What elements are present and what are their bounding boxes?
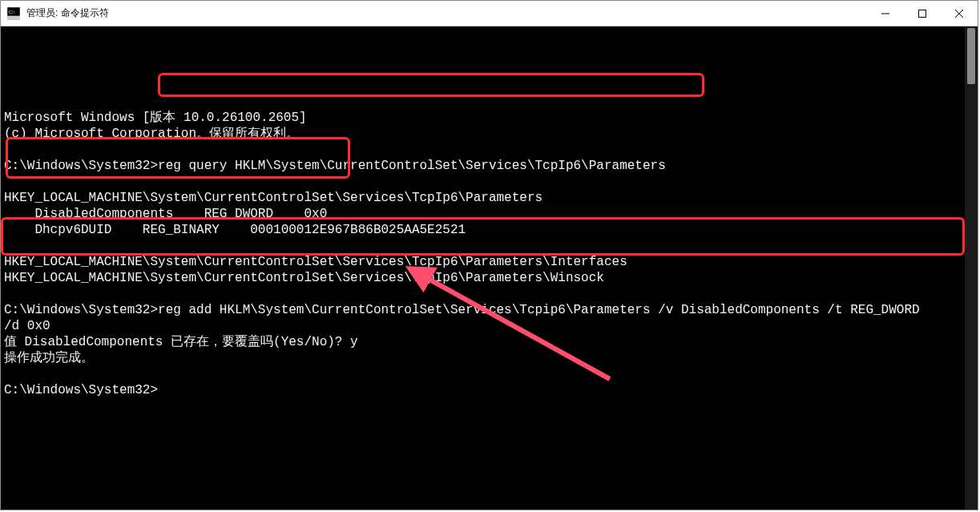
terminal-line: HKEY_LOCAL_MACHINE\System\CurrentControl…: [4, 254, 962, 270]
terminal-line: (c) Microsoft Corporation。保留所有权利。: [4, 126, 962, 142]
close-button[interactable]: [941, 1, 978, 26]
terminal-line: C:\Windows\System32>reg add HKLM\System\…: [4, 302, 962, 318]
maximize-button[interactable]: [904, 1, 941, 26]
terminal-line: Microsoft Windows [版本 10.0.26100.2605]: [4, 110, 962, 126]
titlebar-left: C:\ 管理员: 命令提示符: [1, 1, 867, 26]
svg-rect-1: [7, 16, 20, 20]
titlebar[interactable]: C:\ 管理员: 命令提示符: [1, 1, 978, 26]
terminal-line: [4, 174, 962, 190]
terminal-line: [4, 366, 962, 382]
svg-text:C:\: C:\: [9, 10, 15, 14]
scrollbar-track[interactable]: [965, 26, 978, 510]
terminal-line: [4, 142, 962, 158]
scrollbar-thumb[interactable]: [967, 28, 975, 84]
svg-rect-4: [919, 10, 926, 17]
terminal-area: Microsoft Windows [版本 10.0.26100.2605](c…: [1, 26, 978, 510]
terminal-line: HKEY_LOCAL_MACHINE\System\CurrentControl…: [4, 190, 962, 206]
terminal-output[interactable]: Microsoft Windows [版本 10.0.26100.2605](c…: [1, 26, 965, 510]
window-title: 管理员: 命令提示符: [26, 6, 109, 20]
terminal-line: DisabledComponents REG_DWORD 0x0: [4, 206, 962, 222]
cmd-window: C:\ 管理员: 命令提示符 Microsoft Wind: [0, 0, 978, 510]
terminal-line: [4, 286, 962, 302]
terminal-line: /d 0x0: [4, 318, 962, 334]
annotation-highlight-1: [158, 73, 704, 97]
minimize-button[interactable]: [867, 1, 904, 26]
terminal-line: C:\Windows\System32>reg query HKLM\Syste…: [4, 158, 962, 174]
terminal-line: HKEY_LOCAL_MACHINE\System\CurrentControl…: [4, 270, 962, 286]
terminal-line: [4, 238, 962, 254]
cmd-app-icon: C:\: [7, 7, 20, 20]
terminal-line: Dhcpv6DUID REG_BINARY 000100012E967B86B0…: [4, 222, 962, 238]
terminal-line: C:\Windows\System32>: [4, 382, 962, 398]
terminal-line: 操作成功完成。: [4, 350, 962, 366]
terminal-line: 值 DisabledComponents 已存在，要覆盖吗(Yes/No)? y: [4, 334, 962, 350]
window-controls: [867, 1, 978, 26]
